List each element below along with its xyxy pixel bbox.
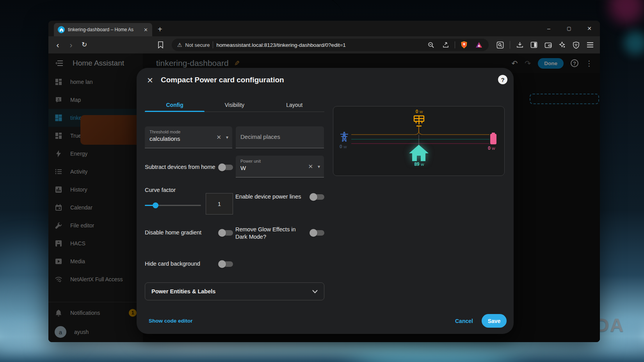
tab-visibility[interactable]: Visibility [205, 98, 264, 112]
threshold-mode-select[interactable]: Threshold mode calculations ✕ ▾ [145, 126, 232, 148]
close-window-button[interactable]: ✕ [586, 25, 593, 32]
curve-factor-label: Curve factor [145, 186, 176, 194]
maximize-button[interactable]: ▢ [566, 26, 573, 31]
dialog-help-icon[interactable]: ? [498, 75, 507, 84]
share-icon[interactable] [440, 39, 452, 51]
solar-power-label: 0 W [408, 109, 430, 114]
menu-icon[interactable] [584, 39, 596, 51]
expander-label: Power Entities & Labels [151, 288, 312, 295]
enable-device-power-lines-label: Enable device power lines [235, 193, 301, 201]
url-text: homeassistant.local:8123/tinkering-dashb… [216, 42, 422, 48]
sidebar-panel-icon[interactable] [528, 39, 540, 51]
downloads-icon[interactable] [514, 39, 526, 51]
remove-glow-toggle[interactable] [310, 230, 324, 236]
home-power-label: 89 W [408, 161, 430, 167]
home-assistant-favicon [58, 26, 65, 33]
tab-title: tinkering-dashboard – Home As [68, 27, 139, 32]
dialog-tabs: Config Visibility Layout [145, 98, 324, 112]
security-label: Not secure [185, 42, 210, 48]
url-bar[interactable]: ⚠ Not secure homeassistant.local:8123/ti… [172, 39, 489, 51]
field-label: Threshold mode [149, 130, 228, 134]
reload-button[interactable]: ↻ [79, 39, 90, 50]
show-code-editor-link[interactable]: Show code editor [149, 318, 193, 324]
slider-thumb[interactable] [153, 202, 158, 208]
clear-icon[interactable]: ✕ [216, 134, 221, 141]
leo-ai-icon[interactable] [556, 39, 568, 51]
new-tab-button[interactable]: + [158, 25, 162, 34]
dropdown-arrow-icon[interactable]: ▾ [226, 135, 228, 140]
disable-home-gradient-toggle[interactable] [219, 230, 233, 236]
field-label: Decimal places [240, 130, 319, 144]
card-config-dialog: ✕ Compact Power card configuration ? Con… [137, 68, 514, 334]
forward-button[interactable]: › [66, 39, 76, 50]
not-secure-warning-icon: ⚠ [177, 42, 182, 48]
grid-tower-icon [339, 131, 350, 144]
field-label: Power unit [240, 159, 319, 163]
wallet-icon[interactable] [542, 39, 554, 51]
tab-layout[interactable]: Layout [265, 98, 324, 112]
divider [213, 41, 213, 48]
clear-icon[interactable]: ✕ [308, 163, 313, 170]
hide-card-background-label: Hide card background [145, 260, 200, 268]
search-tabs-icon[interactable] [494, 39, 506, 51]
power-unit-select[interactable]: Power unit W ✕ ▾ [236, 156, 324, 177]
minimize-button[interactable]: – [545, 25, 552, 32]
power-entities-expander[interactable]: Power Entities & Labels [145, 282, 324, 300]
subtract-devices-label: Subtract devices from home [145, 163, 215, 171]
brave-shield-icon[interactable] [458, 39, 470, 51]
subtract-devices-toggle[interactable] [219, 165, 233, 170]
save-button[interactable]: Save [482, 314, 507, 328]
solar-panel-icon [413, 115, 425, 129]
home-icon [409, 145, 429, 163]
grid-power-label: 0 W [340, 144, 347, 149]
dropdown-arrow-icon[interactable]: ▾ [318, 164, 320, 169]
zoom-out-icon[interactable] [425, 39, 437, 51]
divider [510, 41, 510, 49]
vpn-shield-icon[interactable] [570, 39, 582, 51]
browser-tabstrip: tinkering-dashboard – Home As ✕ + – ▢ ✕ [48, 21, 600, 36]
tab-config[interactable]: Config [145, 98, 205, 112]
decimal-places-field[interactable]: Decimal places [236, 126, 324, 148]
cancel-button[interactable]: Cancel [455, 318, 473, 324]
brave-rewards-icon[interactable] [473, 39, 485, 51]
close-dialog-icon[interactable]: ✕ [147, 76, 153, 85]
hide-card-background-toggle[interactable] [219, 261, 233, 267]
browser-tab[interactable]: tinkering-dashboard – Home As ✕ [54, 23, 152, 36]
field-value: W [240, 165, 319, 171]
disable-home-gradient-label: Disable home gradient [145, 229, 201, 236]
back-button[interactable]: ‹ [52, 39, 63, 50]
desktop-background: XDA tinkering-dashboard – Home As ✕ + – … [0, 0, 644, 362]
remove-glow-label: Remove Glow Effects in Dark Mode? [235, 226, 308, 241]
bg-glow [624, 31, 644, 55]
bg-glow [609, 0, 644, 23]
power-card-preview: 0 W 0 W 0 W 89 W [333, 106, 505, 176]
bookmark-icon[interactable] [155, 39, 166, 51]
window-controls: – ▢ ✕ [545, 21, 596, 36]
curve-factor-input[interactable] [206, 193, 233, 215]
dialog-title: Compact Power card configuration [161, 76, 284, 84]
tab-close-icon[interactable]: ✕ [142, 27, 149, 33]
divider [455, 41, 455, 48]
curve-factor-slider[interactable] [145, 202, 201, 208]
field-value: calculations [149, 135, 228, 142]
browser-toolbar: ‹ › ↻ ⚠ Not secure homeassistant.local:8… [48, 36, 600, 53]
chevron-down-icon [312, 290, 318, 293]
battery-icon [489, 132, 497, 146]
battery-power-label: 0 W [488, 146, 495, 151]
enable-device-power-lines-toggle[interactable] [310, 194, 324, 200]
